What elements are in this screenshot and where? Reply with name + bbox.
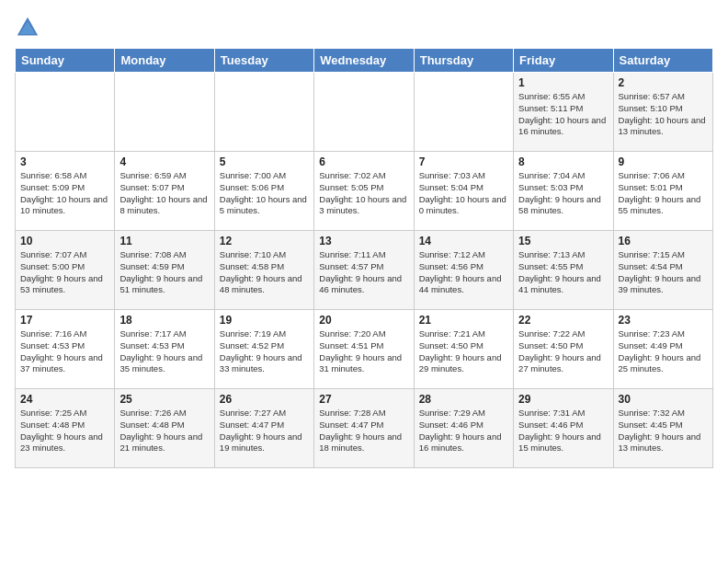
day-cell: 7Sunrise: 7:03 AM Sunset: 5:04 PM Daylig… <box>414 152 513 231</box>
day-number: 13 <box>319 235 408 247</box>
page: SundayMondayTuesdayWednesdayThursdayFrid… <box>0 0 728 563</box>
day-cell: 23Sunrise: 7:23 AM Sunset: 4:49 PM Dayli… <box>613 310 712 389</box>
day-number: 12 <box>220 235 309 247</box>
day-info: Sunrise: 7:29 AM Sunset: 4:46 PM Dayligh… <box>419 408 502 453</box>
day-info: Sunrise: 7:10 AM Sunset: 4:58 PM Dayligh… <box>220 249 302 294</box>
day-cell: 9Sunrise: 7:06 AM Sunset: 5:01 PM Daylig… <box>613 152 712 231</box>
day-cell: 1Sunrise: 6:55 AM Sunset: 5:11 PM Daylig… <box>514 73 613 152</box>
day-cell: 16Sunrise: 7:15 AM Sunset: 4:54 PM Dayli… <box>613 231 712 310</box>
day-number: 7 <box>419 155 508 168</box>
day-number: 1 <box>518 76 608 89</box>
day-number: 19 <box>220 314 309 327</box>
day-cell <box>414 73 513 152</box>
week-row-5: 24Sunrise: 7:25 AM Sunset: 4:48 PM Dayli… <box>16 389 713 468</box>
day-number: 26 <box>220 393 309 406</box>
day-cell: 8Sunrise: 7:04 AM Sunset: 5:03 PM Daylig… <box>514 152 613 231</box>
day-cell: 30Sunrise: 7:32 AM Sunset: 4:45 PM Dayli… <box>613 389 712 468</box>
day-info: Sunrise: 7:20 AM Sunset: 4:51 PM Dayligh… <box>319 328 402 373</box>
day-cell: 14Sunrise: 7:12 AM Sunset: 4:56 PM Dayli… <box>414 231 513 310</box>
day-info: Sunrise: 7:17 AM Sunset: 4:53 PM Dayligh… <box>119 328 202 373</box>
day-number: 22 <box>518 314 608 327</box>
day-info: Sunrise: 7:11 AM Sunset: 4:57 PM Dayligh… <box>319 249 402 294</box>
day-number: 21 <box>419 314 508 327</box>
day-cell: 28Sunrise: 7:29 AM Sunset: 4:46 PM Dayli… <box>414 389 513 468</box>
day-number: 24 <box>20 393 109 406</box>
day-info: Sunrise: 7:12 AM Sunset: 4:56 PM Dayligh… <box>419 249 502 294</box>
day-info: Sunrise: 7:26 AM Sunset: 4:48 PM Dayligh… <box>119 408 202 453</box>
day-info: Sunrise: 6:55 AM Sunset: 5:11 PM Dayligh… <box>518 91 606 136</box>
day-cell: 10Sunrise: 7:07 AM Sunset: 5:00 PM Dayli… <box>16 231 115 310</box>
day-cell: 3Sunrise: 6:58 AM Sunset: 5:09 PM Daylig… <box>16 152 115 231</box>
day-cell: 13Sunrise: 7:11 AM Sunset: 4:57 PM Dayli… <box>314 231 414 310</box>
day-info: Sunrise: 6:59 AM Sunset: 5:07 PM Dayligh… <box>119 170 207 215</box>
calendar-table: SundayMondayTuesdayWednesdayThursdayFrid… <box>15 48 713 468</box>
day-info: Sunrise: 7:27 AM Sunset: 4:47 PM Dayligh… <box>220 408 302 453</box>
weekday-wednesday: Wednesday <box>314 49 414 73</box>
weekday-tuesday: Tuesday <box>214 49 313 73</box>
day-cell <box>314 73 414 152</box>
day-info: Sunrise: 7:21 AM Sunset: 4:50 PM Dayligh… <box>419 328 502 373</box>
day-cell: 25Sunrise: 7:26 AM Sunset: 4:48 PM Dayli… <box>115 389 214 468</box>
day-number: 30 <box>619 393 708 406</box>
day-number: 6 <box>319 155 408 168</box>
day-cell: 12Sunrise: 7:10 AM Sunset: 4:58 PM Dayli… <box>214 231 313 310</box>
day-number: 25 <box>119 393 209 406</box>
weekday-header-row: SundayMondayTuesdayWednesdayThursdayFrid… <box>16 49 713 73</box>
day-number: 2 <box>619 76 708 89</box>
day-number: 15 <box>518 235 608 247</box>
day-cell <box>16 73 115 152</box>
day-info: Sunrise: 7:08 AM Sunset: 4:59 PM Dayligh… <box>119 249 202 294</box>
day-info: Sunrise: 6:57 AM Sunset: 5:10 PM Dayligh… <box>619 91 706 136</box>
week-row-1: 1Sunrise: 6:55 AM Sunset: 5:11 PM Daylig… <box>16 73 713 152</box>
day-cell: 27Sunrise: 7:28 AM Sunset: 4:47 PM Dayli… <box>314 389 414 468</box>
day-info: Sunrise: 7:02 AM Sunset: 5:05 PM Dayligh… <box>319 170 406 215</box>
day-cell: 6Sunrise: 7:02 AM Sunset: 5:05 PM Daylig… <box>314 152 414 231</box>
day-number: 9 <box>619 155 708 168</box>
day-number: 23 <box>619 314 708 327</box>
day-info: Sunrise: 6:58 AM Sunset: 5:09 PM Dayligh… <box>20 170 108 215</box>
day-number: 10 <box>20 235 109 247</box>
day-cell: 5Sunrise: 7:00 AM Sunset: 5:06 PM Daylig… <box>214 152 313 231</box>
day-number: 16 <box>619 235 708 247</box>
weekday-sunday: Sunday <box>16 49 115 73</box>
day-info: Sunrise: 7:04 AM Sunset: 5:03 PM Dayligh… <box>518 170 601 215</box>
week-row-2: 3Sunrise: 6:58 AM Sunset: 5:09 PM Daylig… <box>16 152 713 231</box>
logo-icon <box>15 15 40 40</box>
day-number: 28 <box>419 393 508 406</box>
day-cell: 24Sunrise: 7:25 AM Sunset: 4:48 PM Dayli… <box>16 389 115 468</box>
day-cell <box>214 73 313 152</box>
day-number: 18 <box>119 314 209 327</box>
day-number: 11 <box>119 235 209 247</box>
week-row-4: 17Sunrise: 7:16 AM Sunset: 4:53 PM Dayli… <box>16 310 713 389</box>
day-number: 5 <box>220 155 309 168</box>
weekday-friday: Friday <box>514 49 613 73</box>
day-info: Sunrise: 7:22 AM Sunset: 4:50 PM Dayligh… <box>518 328 601 373</box>
day-cell: 18Sunrise: 7:17 AM Sunset: 4:53 PM Dayli… <box>115 310 214 389</box>
header <box>15 15 713 40</box>
day-cell <box>115 73 214 152</box>
day-info: Sunrise: 7:13 AM Sunset: 4:55 PM Dayligh… <box>518 249 601 294</box>
day-info: Sunrise: 7:16 AM Sunset: 4:53 PM Dayligh… <box>20 328 103 373</box>
day-cell: 15Sunrise: 7:13 AM Sunset: 4:55 PM Dayli… <box>514 231 613 310</box>
day-cell: 26Sunrise: 7:27 AM Sunset: 4:47 PM Dayli… <box>214 389 313 468</box>
day-info: Sunrise: 7:31 AM Sunset: 4:46 PM Dayligh… <box>518 408 601 453</box>
day-number: 14 <box>419 235 508 247</box>
day-cell: 19Sunrise: 7:19 AM Sunset: 4:52 PM Dayli… <box>214 310 313 389</box>
logo <box>15 15 44 40</box>
day-info: Sunrise: 7:32 AM Sunset: 4:45 PM Dayligh… <box>619 408 701 453</box>
day-number: 3 <box>20 155 109 168</box>
day-number: 20 <box>319 314 408 327</box>
day-info: Sunrise: 7:06 AM Sunset: 5:01 PM Dayligh… <box>619 170 701 215</box>
day-info: Sunrise: 7:00 AM Sunset: 5:06 PM Dayligh… <box>220 170 307 215</box>
day-info: Sunrise: 7:03 AM Sunset: 5:04 PM Dayligh… <box>419 170 506 215</box>
day-cell: 22Sunrise: 7:22 AM Sunset: 4:50 PM Dayli… <box>514 310 613 389</box>
weekday-saturday: Saturday <box>613 49 712 73</box>
week-row-3: 10Sunrise: 7:07 AM Sunset: 5:00 PM Dayli… <box>16 231 713 310</box>
day-info: Sunrise: 7:15 AM Sunset: 4:54 PM Dayligh… <box>619 249 701 294</box>
day-info: Sunrise: 7:07 AM Sunset: 5:00 PM Dayligh… <box>20 249 103 294</box>
day-cell: 11Sunrise: 7:08 AM Sunset: 4:59 PM Dayli… <box>115 231 214 310</box>
day-cell: 29Sunrise: 7:31 AM Sunset: 4:46 PM Dayli… <box>514 389 613 468</box>
day-number: 27 <box>319 393 408 406</box>
day-info: Sunrise: 7:19 AM Sunset: 4:52 PM Dayligh… <box>220 328 302 373</box>
weekday-monday: Monday <box>115 49 214 73</box>
